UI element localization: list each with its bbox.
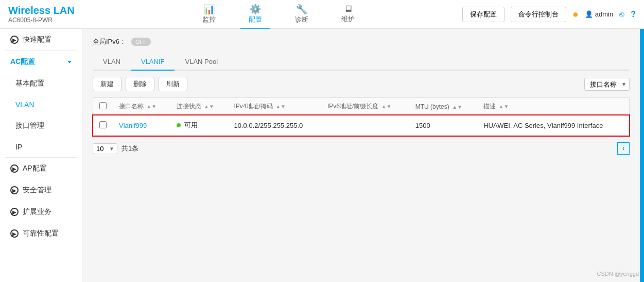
header: Wireless LAN AC6005-8-PWR 📊 监控 ⚙️ 配置 🔧 诊… — [0, 0, 644, 29]
refresh-button[interactable]: 刷新 — [159, 77, 187, 91]
sidebar-item-port-manage[interactable]: 接口管理 — [0, 115, 82, 137]
sidebar: ▶ 快速配置 AC配置 基本配置 VLAN 接口管理 IP ▶ AP配置 ▶ 安… — [0, 29, 82, 282]
nav-diagnose[interactable]: 🔧 诊断 — [287, 0, 317, 29]
th-name-sort-icon[interactable]: ▲▼ — [146, 104, 156, 109]
main-nav: 📊 监控 ⚙️ 配置 🔧 诊断 🖥 维护 — [95, 0, 462, 29]
sidebar-item-extension-label: 扩展业务 — [23, 207, 51, 217]
sidebar-item-basic-config-label: 基本配置 — [15, 79, 44, 88]
sidebar-item-ap-config[interactable]: ▶ AP配置 — [0, 158, 82, 179]
toolbar: 新建 删除 刷新 接口名称 ▼ — [93, 77, 630, 91]
tab-vlanif[interactable]: VLANIF — [131, 54, 175, 71]
new-button[interactable]: 新建 — [93, 77, 121, 91]
sidebar-item-extension[interactable]: ▶ 扩展业务 — [0, 201, 82, 223]
row-mtu: 1500 — [415, 122, 430, 129]
sidebar-item-ap-config-label: AP配置 — [23, 164, 47, 173]
th-desc: 描述 ▲▼ — [477, 98, 629, 115]
row-name-cell: Vlanif999 — [113, 115, 170, 136]
pagination: 10 20 50 100 ▼ 共1条 ‹ — [93, 142, 630, 155]
logo: Wireless LAN AC6005-8-PWR — [8, 5, 75, 24]
sidebar-item-ip[interactable]: IP — [0, 137, 82, 157]
th-status-label: 连接状态 — [177, 103, 201, 110]
diagnose-icon: 🔧 — [296, 4, 307, 15]
ac-config-arrow-icon — [67, 61, 72, 63]
nav-monitor-label: 监控 — [202, 15, 216, 24]
page-size-wrapper: 10 20 50 100 ▼ — [93, 143, 117, 154]
notification-icon[interactable]: ● — [572, 8, 579, 20]
sub-tabs: VLAN VLANIF VLAN Pool — [93, 54, 630, 71]
save-config-button[interactable]: 保存配置 — [462, 7, 504, 22]
logo-title-colored: LAN — [54, 5, 75, 16]
main-content: 全局IPv6： OFF VLAN VLANIF VLAN Pool 新建 删除 … — [82, 29, 640, 282]
extension-circle-icon: ▶ — [10, 208, 19, 216]
sidebar-item-vlan-label: VLAN — [15, 101, 34, 109]
security-circle-icon: ▶ — [10, 186, 19, 194]
monitor-icon: 📊 — [203, 4, 215, 15]
row-ipv4-cell: 10.0.0.2/255.255.255.0 — [228, 115, 321, 136]
nav-config-label: 配置 — [249, 15, 262, 24]
delete-button[interactable]: 删除 — [126, 77, 154, 91]
user-menu[interactable]: 👤 admin — [585, 10, 613, 18]
row-desc: HUAWEI, AC Series, Vlanif999 Interface — [483, 122, 603, 129]
nav-monitor[interactable]: 📊 监控 — [194, 0, 224, 29]
ipv6-toggle[interactable]: OFF — [131, 38, 151, 46]
th-ipv6: IPv6地址/前缀长度 ▲▼ — [321, 98, 409, 115]
row-name[interactable]: Vlanif999 — [119, 122, 147, 129]
th-ipv4-sort-icon[interactable]: ▲▼ — [275, 104, 286, 109]
th-desc-sort-icon[interactable]: ▲▼ — [499, 104, 509, 109]
th-ipv6-sort-icon[interactable]: ▲▼ — [381, 104, 392, 109]
sidebar-item-security[interactable]: ▶ 安全管理 — [0, 179, 82, 201]
sidebar-item-vlan[interactable]: VLAN — [0, 94, 82, 115]
row-checkbox-cell — [93, 115, 113, 136]
nav-diagnose-label: 诊断 — [295, 15, 308, 24]
search-select[interactable]: 接口名称 — [584, 78, 630, 91]
total-count: 共1条 — [121, 144, 138, 153]
scroll-indicator[interactable] — [640, 29, 644, 282]
sidebar-item-basic-config[interactable]: 基本配置 — [0, 73, 82, 94]
th-ipv4-label: IPv4地址/掩码 — [234, 103, 273, 110]
row-mtu-cell: 1500 — [409, 115, 477, 136]
sidebar-item-reliable-label: 可靠性配置 — [23, 229, 59, 238]
nav-config[interactable]: ⚙️ 配置 — [240, 0, 270, 29]
external-link-icon[interactable]: ⎋ — [619, 10, 624, 19]
quick-config-circle-icon: ▶ — [10, 36, 19, 44]
sidebar-item-port-manage-label: 接口管理 — [15, 121, 44, 130]
row-checkbox[interactable] — [99, 121, 107, 128]
table-row[interactable]: Vlanif999 可用 10.0.0.2/255.255.255.0 — [93, 115, 629, 136]
row-ipv6-cell — [321, 115, 409, 136]
help-icon[interactable]: ? — [631, 10, 636, 19]
select-all-checkbox[interactable] — [99, 102, 107, 109]
th-mtu-label: MTU (bytes) — [415, 103, 449, 110]
th-status-sort-icon[interactable]: ▲▼ — [204, 104, 214, 109]
th-ipv4: IPv4地址/掩码 ▲▼ — [228, 98, 321, 115]
pagination-nav: ‹ — [617, 142, 630, 155]
th-desc-label: 描述 — [483, 103, 496, 110]
tab-vlan[interactable]: VLAN — [93, 54, 131, 71]
table-container: 接口名称 ▲▼ 连接状态 ▲▼ IPv4地址/掩码 ▲▼ IPv6地址/前缀 — [93, 97, 630, 136]
logo-title: Wireless LAN — [8, 5, 75, 16]
th-mtu: MTU (bytes) ▲▼ — [409, 98, 477, 115]
cmd-console-button[interactable]: 命令行控制台 — [511, 7, 566, 22]
config-icon: ⚙️ — [250, 4, 261, 15]
tab-vlan-pool[interactable]: VLAN Pool — [175, 54, 228, 71]
vlanif-table: 接口名称 ▲▼ 连接状态 ▲▼ IPv4地址/掩码 ▲▼ IPv6地址/前缀 — [93, 98, 629, 136]
ap-config-circle-icon: ▶ — [10, 164, 19, 173]
search-select-wrapper: 接口名称 ▼ — [584, 78, 630, 91]
sidebar-item-quick-config[interactable]: ▶ 快速配置 — [0, 29, 82, 51]
sidebar-item-ac-config-label: AC配置 — [10, 57, 35, 67]
maintain-icon: 🖥 — [343, 4, 353, 14]
sidebar-item-reliable[interactable]: ▶ 可靠性配置 — [0, 223, 82, 244]
page-size-select[interactable]: 10 20 50 100 — [93, 143, 117, 154]
th-name: 接口名称 ▲▼ — [113, 98, 170, 115]
row-desc-cell: HUAWEI, AC Series, Vlanif999 Interface — [477, 115, 629, 136]
global-ipv6-row: 全局IPv6： OFF — [93, 37, 630, 46]
username: admin — [595, 10, 613, 18]
nav-maintain[interactable]: 🖥 维护 — [333, 0, 363, 29]
logo-title-plain: Wireless — [8, 5, 54, 16]
nav-maintain-label: 维护 — [341, 14, 355, 24]
prev-page-button[interactable]: ‹ — [617, 142, 630, 155]
th-mtu-sort-icon[interactable]: ▲▼ — [452, 104, 462, 110]
sidebar-item-security-label: 安全管理 — [23, 186, 51, 195]
table-header-row: 接口名称 ▲▼ 连接状态 ▲▼ IPv4地址/掩码 ▲▼ IPv6地址/前缀 — [93, 98, 629, 115]
sidebar-item-ac-config[interactable]: AC配置 — [0, 51, 82, 73]
body: ▶ 快速配置 AC配置 基本配置 VLAN 接口管理 IP ▶ AP配置 ▶ 安… — [0, 29, 644, 282]
